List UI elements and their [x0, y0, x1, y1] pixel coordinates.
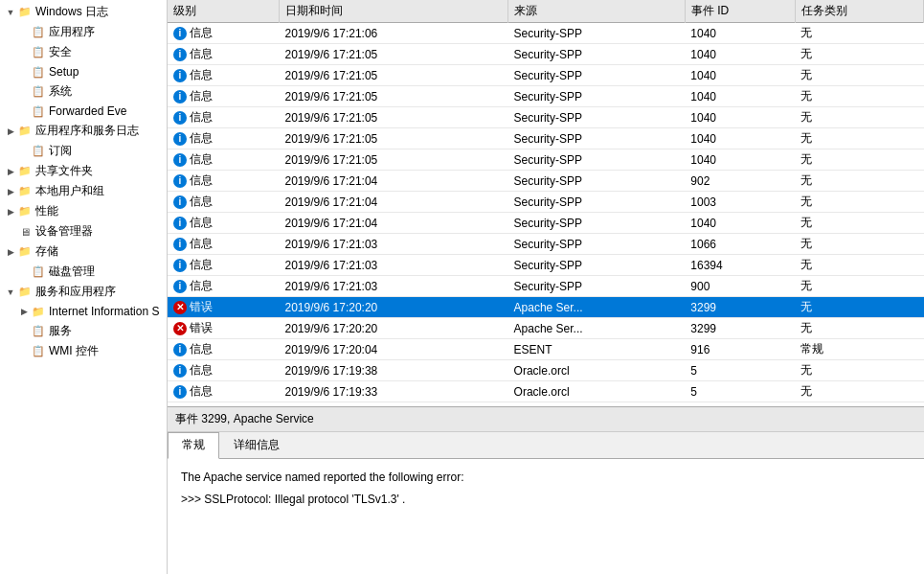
sidebar-item-local-users[interactable]: ▶📁本地用户和组: [0, 181, 167, 201]
cell-source: Security-SPP: [508, 128, 686, 149]
sidebar-item-wmi[interactable]: 📋WMI 控件: [0, 341, 167, 361]
log-icon: 📋: [31, 324, 46, 339]
cell-level: i 信息: [168, 65, 280, 86]
sidebar-item-label: 磁盘管理: [49, 264, 95, 280]
table-row[interactable]: i 信息2019/9/6 17:21:06Security-SPP1040无: [168, 23, 924, 44]
cell-source: Security-SPP: [508, 213, 686, 234]
table-row[interactable]: ✕ 错误2019/9/6 17:20:20Apache Ser...3299无: [168, 297, 924, 318]
table-row[interactable]: i 信息2019/9/6 17:21:05Security-SPP1040无: [168, 107, 924, 128]
detail-line1: The Apache service named reported the fo…: [181, 469, 911, 487]
table-row[interactable]: i 信息2019/9/6 17:21:04Security-SPP1040无: [168, 213, 924, 234]
table-row[interactable]: i 信息2019/9/6 17:19:33Oracle.orcl5无: [168, 381, 924, 402]
tab-detail-info[interactable]: 详细信息: [219, 432, 294, 458]
sidebar-item-label: Windows 日志: [35, 4, 108, 20]
sidebar-item-label: 共享文件夹: [35, 163, 93, 179]
cell-source: Apache Ser...: [508, 297, 686, 318]
table-row[interactable]: i 信息2019/9/6 17:21:05Security-SPP1040无: [168, 86, 924, 107]
table-row[interactable]: i 信息2019/9/6 17:20:04ESENT916常规: [168, 339, 924, 360]
sidebar-item-app-svc-header[interactable]: ▶📁应用程序和服务日志: [0, 121, 167, 141]
sidebar-item-disk-mgmt[interactable]: 📋磁盘管理: [0, 262, 167, 282]
cell-eventId: 1040: [685, 86, 795, 107]
sidebar-item-label: 订阅: [49, 143, 72, 159]
sidebar-item-setup[interactable]: 📋Setup: [0, 62, 167, 81]
table-row[interactable]: i 信息2019/9/6 17:21:04Security-SPP902无: [168, 171, 924, 192]
table-row[interactable]: i 信息2019/9/6 17:21:05Security-SPP1040无: [168, 128, 924, 149]
log-icon: 📋: [31, 84, 46, 100]
info-icon: i: [173, 90, 187, 103]
cell-source: Security-SPP: [508, 171, 686, 192]
sidebar-item-internet-info[interactable]: ▶📁Internet Information S: [0, 302, 167, 321]
cell-datetime: 2019/9/6 17:21:03: [280, 255, 508, 276]
info-icon: i: [173, 280, 187, 293]
cell-level: i 信息: [168, 234, 280, 255]
cell-datetime: 2019/9/6 17:21:04: [280, 213, 508, 234]
cell-eventId: 1040: [685, 213, 795, 234]
cell-level: i 信息: [168, 276, 280, 297]
tab-general[interactable]: 常规: [168, 432, 219, 459]
table-row[interactable]: i 信息2019/9/6 17:19:38Oracle.orcl5无: [168, 360, 924, 381]
cell-category: 无: [795, 276, 923, 297]
expand-icon: ▶: [4, 207, 17, 217]
sidebar-item-app[interactable]: 📋应用程序: [0, 22, 167, 42]
sidebar-item-device-mgr[interactable]: 🖥设备管理器: [0, 221, 167, 241]
sidebar-item-services-apps[interactable]: ▼📁服务和应用程序: [0, 282, 167, 302]
sidebar-item-storage[interactable]: ▶📁存储: [0, 241, 167, 262]
sidebar-item-windows-log-header[interactable]: ▼📁Windows 日志: [0, 2, 167, 22]
folder-icon: 📁: [17, 204, 33, 219]
col-category: 任务类别: [795, 0, 923, 23]
sidebar-item-services[interactable]: 📋服务: [0, 321, 167, 341]
folder-icon: 📁: [17, 124, 33, 139]
cell-source: Security-SPP: [508, 65, 686, 86]
sidebar-item-label: 应用程序和服务日志: [35, 123, 139, 139]
info-icon: i: [173, 195, 187, 209]
cell-level: ✕ 错误: [168, 318, 280, 339]
cell-level: i 信息: [168, 192, 280, 213]
event-table-container: 级别 日期和时间 来源 事件 ID 任务类别 i 信息2019/9/6 17:2…: [168, 0, 924, 406]
sidebar-item-security[interactable]: 📋安全: [0, 42, 167, 62]
table-row[interactable]: i 信息2019/9/6 17:21:03Security-SPP16394无: [168, 255, 924, 276]
table-row[interactable]: i 信息2019/9/6 17:21:03Security-SPP900无: [168, 276, 924, 297]
col-source: 来源: [508, 0, 686, 23]
cell-eventId: 916: [685, 339, 795, 360]
cell-eventId: 1040: [685, 23, 795, 44]
table-row[interactable]: i 信息2019/9/6 17:21:03Security-SPP1066无: [168, 234, 924, 255]
folder-icon: 📁: [17, 184, 33, 199]
sidebar-item-forwarded[interactable]: 📋Forwarded Eve: [0, 102, 167, 121]
table-row[interactable]: i 信息2019/9/6 17:21:05Security-SPP1040无: [168, 149, 924, 171]
cell-eventId: 1040: [685, 128, 795, 149]
table-row[interactable]: i 信息2019/9/6 17:21:05Security-SPP1040无: [168, 65, 924, 86]
info-icon: i: [173, 217, 187, 230]
level-label: i 信息: [173, 383, 213, 400]
sidebar-item-shared-folder[interactable]: ▶📁共享文件夹: [0, 161, 167, 181]
cell-level: i 信息: [168, 44, 280, 65]
expand-icon: ▼: [4, 287, 17, 297]
main-content: 级别 日期和时间 来源 事件 ID 任务类别 i 信息2019/9/6 17:2…: [168, 0, 924, 574]
table-header: 级别 日期和时间 来源 事件 ID 任务类别: [168, 0, 924, 23]
table-row[interactable]: i 信息2019/9/6 17:21:04Security-SPP1003无: [168, 192, 924, 213]
sidebar-item-system[interactable]: 📋系统: [0, 81, 167, 102]
cell-datetime: 2019/9/6 17:20:20: [280, 318, 508, 339]
detail-tabs: 常规 详细信息: [168, 432, 924, 459]
sidebar-item-label: 系统: [49, 83, 72, 100]
cell-eventId: 5: [685, 360, 795, 381]
cell-level: i 信息: [168, 255, 280, 276]
sidebar-item-subscription[interactable]: 📋订阅: [0, 141, 167, 161]
sidebar-item-performance[interactable]: ▶📁性能: [0, 201, 167, 221]
sidebar: ▼📁Windows 日志📋应用程序📋安全📋Setup📋系统📋Forwarded …: [0, 0, 168, 574]
cell-level: i 信息: [168, 23, 280, 44]
cell-eventId: 3299: [685, 297, 795, 318]
cell-category: 无: [795, 318, 923, 339]
table-row[interactable]: i 信息2019/9/6 17:21:05Security-SPP1040无: [168, 44, 924, 65]
level-label: i 信息: [173, 130, 213, 147]
cell-source: Oracle.orcl: [508, 360, 686, 381]
info-icon: i: [173, 111, 187, 125]
level-label: i 信息: [173, 236, 213, 252]
log-icon: 📋: [31, 64, 46, 80]
info-icon: i: [173, 132, 187, 146]
log-icon: 📋: [31, 344, 46, 359]
detail-line2: >>> SSLProtocol: Illegal protocol 'TLSv1…: [181, 491, 911, 509]
cell-category: 无: [795, 234, 923, 255]
cell-source: Security-SPP: [508, 149, 686, 171]
cell-category: 无: [795, 171, 923, 192]
table-row[interactable]: ✕ 错误2019/9/6 17:20:20Apache Ser...3299无: [168, 318, 924, 339]
